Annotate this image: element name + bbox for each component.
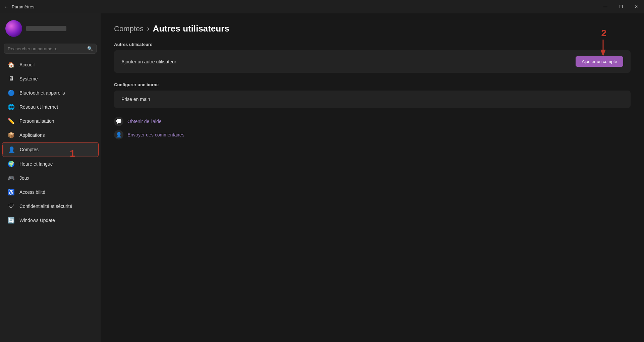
feedback-link[interactable]: Envoyer des commentaires [127, 132, 184, 137]
sidebar-label-bluetooth: Bluetooth et appareils [19, 90, 65, 96]
feedback-link-row[interactable]: 👤 Envoyer des commentaires [114, 128, 631, 141]
sidebar-item-reseau[interactable]: 🌐Réseau et Internet [2, 100, 99, 114]
sidebar-icon-bluetooth: 🔵 [7, 89, 15, 97]
section-2-title: Configurer une borne [114, 82, 631, 87]
sidebar-icon-applications: 📦 [7, 131, 15, 139]
sidebar-icon-reseau: 🌐 [7, 103, 15, 111]
sidebar-label-personnalisation: Personnalisation [19, 118, 54, 124]
help-icon: 💬 [114, 117, 123, 126]
title-bar-controls: — ❐ ✕ [598, 0, 644, 13]
sidebar-icon-jeux: 🎮 [7, 174, 15, 182]
user-section [0, 17, 101, 44]
sidebar-item-jeux[interactable]: 🎮Jeux [2, 171, 99, 185]
maximize-button[interactable]: ❐ [613, 0, 629, 13]
add-user-row: Ajouter un autre utilisateur 2 Ajouter u… [121, 56, 623, 67]
sidebar-label-windowsupdate: Windows Update [19, 218, 55, 223]
title-bar-left: ← Paramètres [4, 4, 34, 9]
close-button[interactable]: ✕ [629, 0, 644, 13]
sidebar-item-applications[interactable]: 📦Applications [2, 128, 99, 142]
sidebar-icon-confidentialite: 🛡 [7, 203, 15, 210]
sidebar-item-heure[interactable]: 🌍Heure et langue [2, 157, 99, 171]
app-body: 🔍 🏠Accueil🖥Système🔵Bluetooth et appareil… [0, 13, 644, 342]
breadcrumb: Comptes › Autres utilisateurs [114, 23, 631, 34]
sidebar-item-windowsupdate[interactable]: 🔄Windows Update [2, 213, 99, 227]
sidebar-label-jeux: Jeux [19, 175, 30, 181]
minimize-button[interactable]: — [598, 0, 613, 13]
sidebar-icon-windowsupdate: 🔄 [7, 217, 15, 224]
sidebar-label-systeme: Système [19, 76, 38, 81]
sidebar-item-personnalisation[interactable]: ✏️Personnalisation [2, 114, 99, 128]
kiosk-row: Prise en main [121, 97, 623, 102]
add-user-card: Ajouter un autre utilisateur 2 Ajouter u… [114, 50, 631, 73]
sidebar-icon-accueil: 🏠 [7, 61, 15, 68]
user-name-blurred [26, 26, 66, 31]
back-button[interactable]: ← [4, 4, 8, 9]
sidebar-icon-heure: 🌍 [7, 160, 15, 168]
window-title: Paramètres [12, 4, 34, 9]
sidebar-item-comptes[interactable]: 👤Comptes [2, 142, 99, 157]
sidebar-item-systeme[interactable]: 🖥Système [2, 72, 99, 86]
sidebar: 🔍 🏠Accueil🖥Système🔵Bluetooth et appareil… [0, 13, 101, 342]
add-account-button[interactable]: Ajouter un compte [576, 56, 623, 67]
svg-marker-1 [600, 50, 606, 56]
search-input[interactable] [8, 46, 85, 51]
avatar [5, 20, 22, 37]
help-link-row[interactable]: 💬 Obtenir de l'aide [114, 115, 631, 128]
sidebar-label-accueil: Accueil [19, 62, 35, 67]
sidebar-item-confidentialite[interactable]: 🛡Confidentialité et sécurité [2, 199, 99, 213]
main-content: Comptes › Autres utilisateurs Autres uti… [101, 13, 644, 342]
sidebar-label-heure: Heure et langue [19, 161, 53, 167]
links-section: 💬 Obtenir de l'aide 👤 Envoyer des commen… [114, 115, 631, 141]
sidebar-item-accueil[interactable]: 🏠Accueil [2, 58, 99, 72]
sidebar-icon-systeme: 🖥 [7, 75, 15, 82]
section-1-title: Autres utilisateurs [114, 42, 631, 47]
sidebar-label-confidentialite: Confidentialité et sécurité [19, 204, 72, 209]
add-user-label: Ajouter un autre utilisateur [121, 59, 176, 64]
sidebar-label-reseau: Réseau et Internet [19, 104, 58, 110]
kiosk-label: Prise en main [121, 97, 150, 102]
breadcrumb-parent[interactable]: Comptes [114, 24, 144, 33]
active-bar [2, 145, 3, 155]
sidebar-label-comptes: Comptes [20, 147, 39, 152]
feedback-icon: 👤 [114, 130, 123, 139]
sidebar-label-accessibilite: Accessibilité [19, 189, 45, 195]
help-link[interactable]: Obtenir de l'aide [127, 119, 162, 124]
title-bar: ← Paramètres — ❐ ✕ [0, 0, 644, 13]
search-icon: 🔍 [87, 46, 93, 51]
search-box[interactable]: 🔍 [4, 44, 97, 54]
breadcrumb-separator: › [147, 24, 149, 33]
nav-container: 🏠Accueil🖥Système🔵Bluetooth et appareils🌐… [0, 58, 101, 227]
add-account-wrapper: 2 Ajouter un compte [576, 56, 623, 67]
breadcrumb-current: Autres utilisateurs [153, 23, 229, 34]
sidebar-icon-personnalisation: ✏️ [7, 117, 15, 125]
sidebar-icon-accessibilite: ♿ [7, 188, 15, 196]
sidebar-label-applications: Applications [19, 132, 45, 138]
sidebar-item-bluetooth[interactable]: 🔵Bluetooth et appareils [2, 86, 99, 100]
sidebar-item-accessibilite[interactable]: ♿Accessibilité [2, 185, 99, 199]
kiosk-card: Prise en main [114, 91, 631, 108]
sidebar-icon-comptes: 👤 [8, 146, 15, 153]
